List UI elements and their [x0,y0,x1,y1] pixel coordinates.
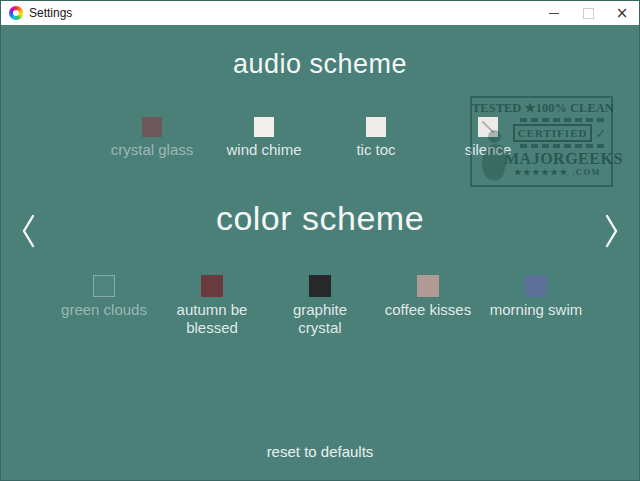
color-swatch [93,275,115,297]
settings-content: audio scheme crystal glass wind chime ti… [1,25,639,480]
titlebar: Settings × [1,1,639,25]
color-item-label: coffee kisses [379,301,477,319]
color-item-label: green clouds [55,301,153,319]
color-item-morning-swim[interactable]: morning swim [487,275,585,337]
audio-swatch [142,117,162,137]
audio-item-wind-chime[interactable]: wind chime [212,117,316,159]
audio-item-crystal-glass[interactable]: crystal glass [100,117,204,159]
prev-arrow-button[interactable] [20,213,36,249]
color-item-label: morning swim [487,301,585,319]
color-scheme-title: color scheme [1,199,639,238]
reset-to-defaults-button[interactable]: reset to defaults [1,443,639,460]
color-swatch [417,275,439,297]
audio-swatch [254,117,274,137]
watermark-stars: ★★★★★★ .COM [504,167,611,177]
color-swatch [309,275,331,297]
mute-icon [482,121,495,134]
audio-item-label: silence [436,141,540,159]
app-color-wheel-icon [9,6,23,20]
chevron-right-icon [604,213,620,249]
color-item-autumn-be-blessed[interactable]: autumn be blessed [163,275,261,337]
close-button[interactable]: × [605,1,639,25]
window-controls: × [537,1,639,25]
audio-item-label: crystal glass [100,141,204,159]
color-swatch [525,275,547,297]
audio-swatch [478,117,498,137]
window-title: Settings [29,6,72,20]
audio-scheme-row: crystal glass wind chime tic toc silence [1,117,639,159]
audio-item-label: tic toc [324,141,428,159]
audio-item-label: wind chime [212,141,316,159]
audio-swatch [366,117,386,137]
audio-scheme-title: audio scheme [1,49,639,80]
settings-window: Settings × audio scheme crystal glass wi… [0,0,640,481]
next-arrow-button[interactable] [604,213,620,249]
watermark-tested-line: TESTED ★100% CLEAN [472,100,611,116]
maximize-icon [583,8,594,19]
color-item-label: autumn be blessed [163,301,261,337]
audio-item-tic-toc[interactable]: tic toc [324,117,428,159]
color-swatch [201,275,223,297]
chevron-left-icon [20,213,36,249]
minimize-icon [549,13,559,14]
close-icon: × [616,6,629,21]
maximize-button [571,1,605,25]
color-item-coffee-kisses[interactable]: coffee kisses [379,275,477,337]
color-item-green-clouds[interactable]: green clouds [55,275,153,337]
minimize-button[interactable] [537,1,571,25]
color-item-graphite-crystal[interactable]: graphite crystal [271,275,369,337]
color-item-label: graphite crystal [271,301,369,337]
color-scheme-row: green clouds autumn be blessed graphite … [1,275,639,337]
audio-item-silence[interactable]: silence [436,117,540,159]
